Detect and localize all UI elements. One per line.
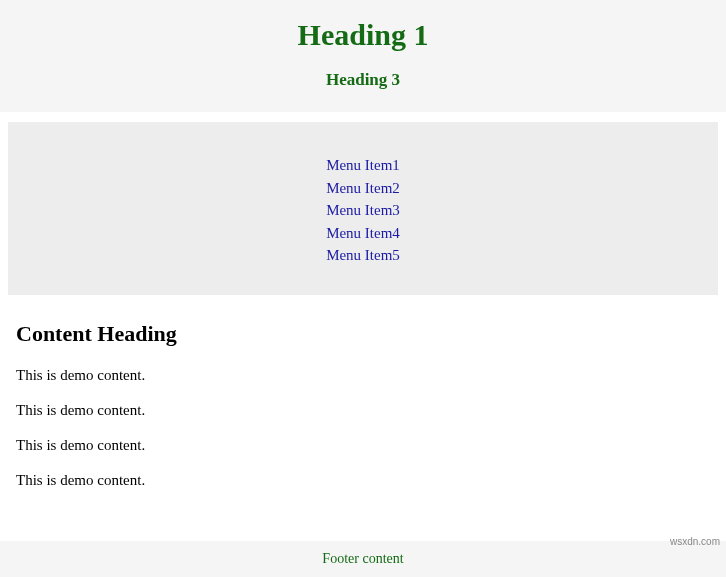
- content-paragraph: This is demo content.: [16, 367, 710, 384]
- menu-item-5[interactable]: Menu Item5: [8, 244, 718, 267]
- footer-text: Footer content: [322, 551, 403, 566]
- content-section: Content Heading This is demo content. Th…: [0, 295, 726, 517]
- menu-item-4[interactable]: Menu Item4: [8, 222, 718, 245]
- content-paragraph: This is demo content.: [16, 402, 710, 419]
- menu-item-1[interactable]: Menu Item1: [8, 154, 718, 177]
- content-heading: Content Heading: [16, 321, 710, 347]
- menu-item-2[interactable]: Menu Item2: [8, 177, 718, 200]
- menu-item-3[interactable]: Menu Item3: [8, 199, 718, 222]
- page-header: Heading 1 Heading 3: [0, 0, 726, 112]
- content-paragraph: This is demo content.: [16, 472, 710, 489]
- watermark: wsxdn.com: [670, 536, 720, 547]
- page-subtitle: Heading 3: [0, 70, 726, 90]
- page-footer: Footer content: [0, 541, 726, 577]
- page-title: Heading 1: [0, 18, 726, 52]
- content-paragraph: This is demo content.: [16, 437, 710, 454]
- nav-menu: Menu Item1 Menu Item2 Menu Item3 Menu It…: [8, 122, 718, 295]
